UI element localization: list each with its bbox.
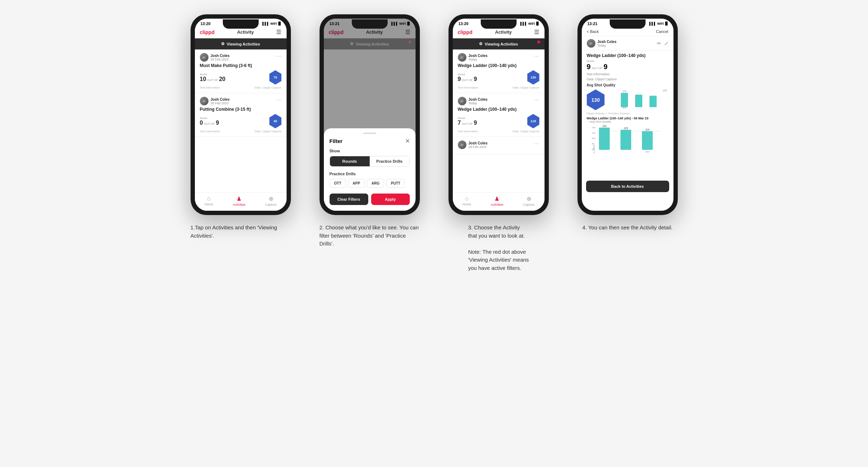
phone-3-notch xyxy=(481,19,517,29)
status-time-1: 13:20 xyxy=(201,22,211,26)
bar-chart: 140 120 100 80 60 132 129 1 xyxy=(587,125,668,153)
card-menu-3-2[interactable]: ··· xyxy=(534,97,539,103)
activity-card-3-3[interactable]: JC Josh Coles 28 Feb 2023 ··· xyxy=(453,137,545,154)
big-hex-badge: 130 xyxy=(587,90,605,110)
apply-btn[interactable]: Apply xyxy=(371,194,410,205)
card-menu-3-1[interactable]: ··· xyxy=(534,53,539,59)
edit-icon[interactable]: ✏ xyxy=(657,40,661,46)
drill-ott[interactable]: OTT xyxy=(330,179,346,188)
user-name-3-3: Josh Coles xyxy=(469,141,488,145)
phone-2-notch xyxy=(352,19,388,29)
svg-text:120: 120 xyxy=(592,132,596,134)
drill-putt[interactable]: PUTT xyxy=(386,179,405,188)
svg-text:100: 100 xyxy=(592,137,596,139)
svg-rect-12 xyxy=(620,130,631,150)
step-2-column: 13:21 ▌▌▌ WiFi ▉ clippd Activity ☰ ⚙ V xyxy=(312,14,427,248)
nav-home-1[interactable]: ⌂ Home xyxy=(205,195,213,206)
shot-quality-3-2: 118 xyxy=(527,114,539,128)
drill-arg[interactable]: ARG xyxy=(367,179,384,188)
back-button[interactable]: < Back xyxy=(587,29,599,34)
activity-card-1-1[interactable]: JC Josh Coles 28 Feb 2023 ··· Must Make … xyxy=(195,49,287,93)
activity-card-3-1[interactable]: JC Josh Coles Today ··· Wedge Ladder (10… xyxy=(453,49,545,93)
viewing-banner-3[interactable]: ⚙ Viewing Activities xyxy=(453,38,545,49)
filter-actions: Clear Filters Apply xyxy=(330,194,410,205)
phone-1: 13:20 ▌▌▌ WiFi ▉ clippd Activity ☰ ⚙ V xyxy=(191,14,291,215)
svg-text:80: 80 xyxy=(592,143,594,145)
activity-name-1-1: Must Make Putting (3-6 ft) xyxy=(200,63,282,68)
status-time-4: 13:21 xyxy=(588,22,598,26)
status-icons-1: ▌▌▌ WiFi ▉ xyxy=(262,22,280,25)
filter-handle xyxy=(363,133,376,134)
step-1-column: 13:20 ▌▌▌ WiFi ▉ clippd Activity ☰ ⚙ V xyxy=(183,14,298,240)
app-header-3: clippd Activity ☰ xyxy=(453,27,545,38)
app-title-3: Activity xyxy=(495,29,512,35)
back-to-activities-btn[interactable]: Back to Activities xyxy=(586,181,669,192)
drill-app[interactable]: APP xyxy=(348,179,365,188)
user-date-3-3: 28 Feb 2023 xyxy=(469,145,488,149)
shot-quality-chart: 100 APP xyxy=(609,89,668,109)
hamburger-3[interactable]: ☰ xyxy=(534,29,539,35)
filter-practice-label: Practice Drills xyxy=(330,172,410,176)
detail-user-name: Josh Coles xyxy=(598,40,617,44)
card-menu-3-3[interactable]: ··· xyxy=(534,140,539,146)
card-menu-1-2[interactable]: ··· xyxy=(276,97,282,103)
detail-user-date: Today xyxy=(598,44,617,47)
detail-score: 9 xyxy=(587,63,591,71)
avg-shot-chart: 130 100 APP xyxy=(609,89,668,110)
app-logo-1: clippd xyxy=(200,29,215,35)
svg-rect-11 xyxy=(599,128,610,150)
hamburger-1[interactable]: ☰ xyxy=(276,29,281,35)
nav-capture-3[interactable]: ⊕ Capture xyxy=(523,195,534,206)
filter-tabs: Rounds Practice Drills xyxy=(330,156,410,167)
activity-card-3-2[interactable]: JC Josh Coles Today ··· Wedge Ladder (10… xyxy=(453,93,545,137)
filter-modal: Filter ✕ Show Rounds Practice Drills xyxy=(324,128,416,211)
filter-close-btn[interactable]: ✕ xyxy=(405,138,410,144)
banner-text-1: Viewing Activities xyxy=(227,42,260,46)
shot-quality-1-2: 45 xyxy=(269,114,282,128)
user-date-1-1: 28 Feb 2023 xyxy=(211,58,230,61)
phone-4-screen: 13:21 ▌▌▌ WiFi ▉ < Back Cancel JC xyxy=(582,19,673,211)
avatar-3-3: JC xyxy=(458,140,466,149)
viewing-banner-1[interactable]: ⚙ Viewing Activities xyxy=(195,38,287,49)
home-icon: ⌂ xyxy=(207,195,211,202)
app-title-1: Activity xyxy=(237,29,254,35)
capture-icon-3: ⊕ xyxy=(527,195,531,202)
activity-card-1-2[interactable]: JC Josh Coles 28 Feb 2023 ··· Putting Co… xyxy=(195,93,287,137)
shot-quality-3-1: 130 xyxy=(527,70,539,85)
svg-text:Shot Quality: Shot Quality xyxy=(593,144,595,153)
avatar-3-2: JC xyxy=(458,97,466,105)
svg-text:129: 129 xyxy=(624,127,628,129)
banner-text-3: Viewing Activities xyxy=(485,42,518,46)
filter-show-label: Show xyxy=(330,149,410,153)
clear-filters-btn[interactable]: Clear Filters xyxy=(330,194,368,205)
bottom-nav-3: ⌂ Home ♟ Activities ⊕ Capture xyxy=(453,192,545,211)
nav-capture-1[interactable]: ⊕ Capture xyxy=(265,195,277,206)
caption-3: 3. Choose the Activitythat you want to l… xyxy=(468,224,529,272)
user-name-1-1: Josh Coles xyxy=(211,54,230,58)
caption-4: 4. You can then see the Activity detail. xyxy=(582,224,673,232)
user-date-3-2: Today xyxy=(469,101,488,105)
status-time-3: 13:20 xyxy=(459,22,469,26)
svg-rect-1 xyxy=(635,95,642,107)
cancel-button[interactable]: Cancel xyxy=(656,29,668,34)
phone-4: 13:21 ▌▌▌ WiFi ▉ < Back Cancel JC xyxy=(577,14,678,215)
nav-home-3[interactable]: ⌂ Home xyxy=(462,195,471,206)
svg-text:132: 132 xyxy=(602,125,606,127)
svg-text:140: 140 xyxy=(592,127,596,129)
bottom-nav-1: ⌂ Home ♟ Activities ⊕ Capture xyxy=(195,192,287,211)
filter-tab-rounds[interactable]: Rounds xyxy=(330,156,370,166)
svg-text:100: 100 xyxy=(622,90,627,92)
card-menu-1-1[interactable]: ··· xyxy=(276,53,282,59)
activity-name-1-2: Putting Combine (3-15 ft) xyxy=(200,107,282,112)
expand-icon[interactable]: ⤢ xyxy=(664,40,668,46)
nav-activities-3[interactable]: ♟ Activities xyxy=(491,195,504,206)
red-dot-3 xyxy=(537,40,540,43)
user-date-1-2: 28 Feb 2023 xyxy=(211,101,230,105)
filter-tab-practice[interactable]: Practice Drills xyxy=(370,156,409,166)
svg-text:APP: APP xyxy=(645,151,649,153)
cards-area-3: JC Josh Coles Today ··· Wedge Ladder (10… xyxy=(453,49,545,154)
phone-3: 13:20 ▌▌▌ WiFi ▉ clippd Activity ☰ ⚙ V xyxy=(449,14,549,215)
step-3-column: 13:20 ▌▌▌ WiFi ▉ clippd Activity ☰ ⚙ V xyxy=(441,14,556,272)
avatar-1-1: JC xyxy=(200,53,208,62)
nav-activities-1[interactable]: ♟ Activities xyxy=(233,195,246,206)
